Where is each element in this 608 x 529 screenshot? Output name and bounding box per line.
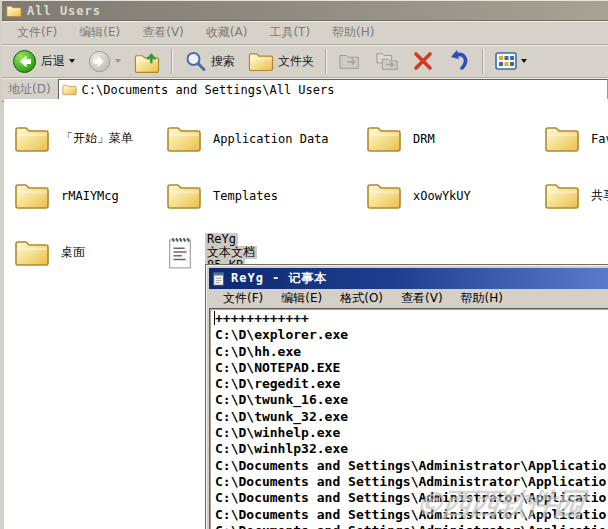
folder-item-xoowykuy[interactable]: xOowYkUY <box>366 167 544 224</box>
notepad-text-area[interactable]: ++++++++++++ C:\D\explorer.exe C:\D\hh.e… <box>209 308 608 529</box>
back-icon <box>12 49 37 74</box>
move-to-icon <box>338 50 362 72</box>
folder-label: 共享文档 <box>591 187 608 204</box>
folder-item-start-menu[interactable]: 「开始」菜单 <box>14 110 166 167</box>
copy-to-button[interactable] <box>369 47 405 75</box>
folder-label: Favorites <box>591 132 608 146</box>
folder-label: Templates <box>213 189 278 203</box>
explorer-titlebar[interactable]: All Users <box>2 1 608 21</box>
back-dropdown-icon[interactable] <box>69 59 75 63</box>
folder-item-application-data[interactable]: Application Data <box>166 110 366 167</box>
folder-icon <box>366 123 402 154</box>
search-icon <box>184 50 207 73</box>
toolbar-separator <box>171 49 173 74</box>
address-label: 地址(D) <box>8 81 51 98</box>
text-line: C:\D\explorer.exe <box>215 327 608 343</box>
folder-item-favorites[interactable]: Favorites <box>544 110 608 167</box>
text-line: C:\D\winhelp.exe <box>215 425 608 441</box>
text-line: C:\D\regedit.exe <box>215 376 608 392</box>
folder-icon <box>544 123 580 154</box>
text-line: C:\D\twunk_32.exe <box>215 409 608 425</box>
text-line: C:\Documents and Settings\Administrator\… <box>215 490 608 506</box>
menu-favorites[interactable]: 收藏(A) <box>197 21 261 44</box>
search-button[interactable]: 搜索 <box>178 47 241 76</box>
notepad-menu-help[interactable]: 帮助(H) <box>454 288 514 309</box>
notepad-icon <box>212 272 226 286</box>
text-line: C:\D\hh.exe <box>215 344 608 360</box>
menu-help[interactable]: 帮助(H) <box>323 21 387 44</box>
folders-button[interactable]: 文件夹 <box>242 47 320 76</box>
text-line: C:\Documents and Settings\Administrator\… <box>215 474 608 490</box>
notepad-menu-format[interactable]: 格式(O) <box>333 288 394 309</box>
views-button[interactable] <box>489 49 533 73</box>
menu-view[interactable]: 查看(V) <box>133 21 197 44</box>
text-line: C:\Documents and Settings\Administrator\… <box>215 523 608 529</box>
move-to-button[interactable] <box>332 47 368 75</box>
text-line: C:\D\NOTEPAD.EXE <box>215 360 608 376</box>
notepad-titlebar[interactable]: ReYg - 记事本 <box>209 268 608 289</box>
folder-label: DRM <box>413 132 435 146</box>
folder-label: 「开始」菜单 <box>61 130 133 147</box>
undo-button[interactable] <box>441 46 477 76</box>
toolbar-separator <box>325 49 327 74</box>
forward-dropdown-icon[interactable] <box>115 59 121 63</box>
folder-item-drm[interactable]: DRM <box>366 110 544 167</box>
menu-file[interactable]: 文件(F) <box>8 21 70 44</box>
menu-tools[interactable]: 工具(T) <box>260 21 323 44</box>
folder-label: xOowYkUY <box>413 189 471 203</box>
text-line: C:\Documents and Settings\Administrator\… <box>215 458 608 474</box>
delete-button[interactable] <box>406 47 440 75</box>
text-file-icon <box>166 235 194 271</box>
back-label: 后退 <box>41 53 65 70</box>
notepad-menu-edit[interactable]: 编辑(E) <box>274 288 333 309</box>
notepad-title: ReYg - 记事本 <box>231 270 328 287</box>
folder-icon <box>166 180 202 211</box>
folder-label: 桌面 <box>61 244 85 261</box>
copy-to-icon <box>375 50 399 72</box>
search-label: 搜索 <box>211 53 235 70</box>
text-line: C:\D\winhlp32.exe <box>215 441 608 457</box>
explorer-menubar: 文件(F) 编辑(E) 查看(V) 收藏(A) 工具(T) 帮助(H) <box>2 21 608 45</box>
notepad-window: ReYg - 记事本 文件(F) 编辑(E) 格式(O) 查看(V) 帮助(H)… <box>205 264 608 529</box>
address-folder-icon <box>62 83 77 96</box>
address-input[interactable]: C:\Documents and Settings\All Users <box>58 79 608 100</box>
folder-item-templates[interactable]: Templates <box>166 167 366 224</box>
notepad-menu-file[interactable]: 文件(F) <box>216 288 274 309</box>
explorer-folder-icon <box>6 4 22 18</box>
folder-item-shared-documents[interactable]: 共享文档 <box>544 167 608 224</box>
folder-label: rMAIYMcg <box>61 189 119 203</box>
folder-grid: 「开始」菜单 Application Data DRM Favorites rM… <box>4 99 608 281</box>
folder-icon <box>14 237 50 268</box>
folder-item-rmaiymcg[interactable]: rMAIYMcg <box>14 167 166 224</box>
folder-icon <box>166 123 202 154</box>
text-line: C:\Documents and Settings\Administrator\… <box>215 507 608 523</box>
forward-button[interactable] <box>82 47 127 76</box>
folders-icon <box>248 50 274 73</box>
text-line: ++++++++++++ <box>215 311 608 327</box>
folder-icon <box>14 123 50 154</box>
address-value: C:\Documents and Settings\All Users <box>82 83 335 97</box>
menu-edit[interactable]: 编辑(E) <box>70 21 133 44</box>
folder-icon <box>14 180 50 211</box>
toolbar-separator <box>482 49 484 74</box>
folder-icon <box>544 180 580 211</box>
notepad-menubar: 文件(F) 编辑(E) 格式(O) 查看(V) 帮助(H) <box>209 289 608 308</box>
explorer-toolbar: 后退 搜索 文件夹 <box>2 45 608 78</box>
folders-label: 文件夹 <box>278 53 314 70</box>
undo-icon <box>447 49 471 73</box>
explorer-title: All Users <box>27 4 101 18</box>
forward-icon <box>88 50 111 73</box>
folder-item-desktop[interactable]: 桌面 <box>14 224 166 281</box>
views-icon <box>495 52 517 70</box>
up-icon <box>134 49 160 74</box>
delete-icon <box>412 50 434 72</box>
folder-icon <box>366 180 402 211</box>
views-dropdown-icon[interactable] <box>521 59 527 63</box>
text-cursor <box>214 311 215 325</box>
back-button[interactable]: 后退 <box>6 46 81 77</box>
notepad-menu-view[interactable]: 查看(V) <box>394 288 454 309</box>
up-button[interactable] <box>128 46 166 77</box>
folder-label: Application Data <box>213 132 329 146</box>
text-line: C:\D\twunk_16.exe <box>215 392 608 408</box>
